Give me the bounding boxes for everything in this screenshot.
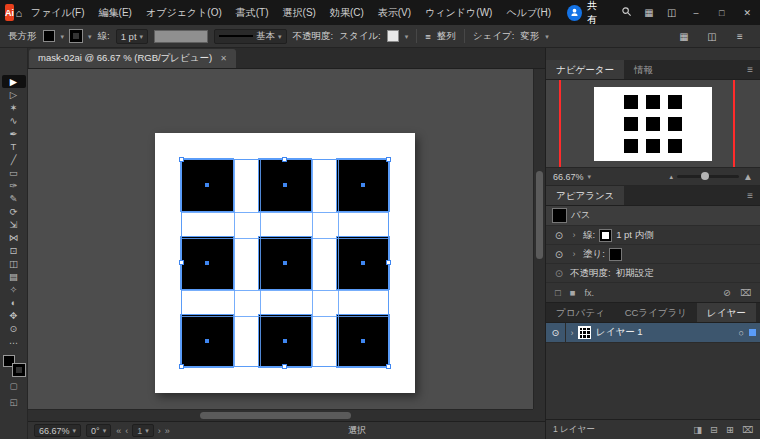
menu-object[interactable]: オブジェクト(O) bbox=[139, 0, 229, 25]
paintbrush-tool[interactable]: ✑ bbox=[2, 179, 26, 192]
visibility-eye-icon[interactable]: ⊙ bbox=[553, 268, 565, 279]
document-tab[interactable]: mask-02ai @ 66.67 % (RGB/プレビュー) ✕ bbox=[29, 49, 236, 68]
canvas-square[interactable] bbox=[181, 159, 233, 211]
navigator-zoom-value[interactable]: 66.67% bbox=[553, 172, 584, 182]
menu-window[interactable]: ウィンドウ(W) bbox=[418, 0, 499, 25]
menu-file[interactable]: ファイル(F) bbox=[24, 0, 92, 25]
add-new-stroke-icon[interactable]: □ bbox=[555, 287, 561, 298]
expand-chevron-icon[interactable]: › bbox=[570, 249, 578, 259]
opacity-label[interactable]: 不透明度: bbox=[293, 30, 334, 43]
blend-tool[interactable]: ◐ bbox=[2, 296, 26, 309]
menu-edit[interactable]: 編集(E) bbox=[92, 0, 139, 25]
stroke-row-value[interactable]: 1 pt 内側 bbox=[616, 229, 654, 242]
visibility-eye-icon[interactable]: ⊙ bbox=[553, 249, 565, 260]
brush-definition-dropdown[interactable]: 基本 ▾ bbox=[214, 29, 287, 44]
new-sublayer-icon[interactable]: ⊟ bbox=[710, 424, 718, 435]
search-icon[interactable] bbox=[615, 6, 638, 19]
tab-libraries[interactable]: CCライブラリ bbox=[615, 303, 697, 322]
zoom-level-dropdown[interactable]: 66.67% ▾ bbox=[34, 424, 81, 437]
stroke-row-swatch[interactable] bbox=[600, 230, 611, 241]
direct-selection-tool[interactable]: ▷ bbox=[2, 88, 26, 101]
layer-expand-chevron-icon[interactable]: › bbox=[566, 328, 578, 338]
appearance-row-fill[interactable]: ⊙ › 塗り: bbox=[546, 245, 760, 264]
canvas-square[interactable] bbox=[259, 237, 311, 289]
navigator-zoom-slider[interactable] bbox=[677, 175, 739, 178]
fill-row-swatch[interactable] bbox=[610, 249, 621, 260]
previous-artboard-icon[interactable]: ‹ bbox=[125, 426, 128, 436]
minimize-button[interactable]: – bbox=[683, 0, 709, 25]
artboard[interactable] bbox=[155, 133, 415, 393]
menu-type[interactable]: 書式(T) bbox=[229, 0, 276, 25]
vertical-scrollbar-thumb[interactable] bbox=[536, 171, 543, 259]
add-new-fill-icon[interactable]: ■ bbox=[570, 287, 576, 298]
first-artboard-icon[interactable]: « bbox=[116, 426, 121, 436]
width-profile-dropdown[interactable] bbox=[154, 30, 208, 43]
tab-properties[interactable]: プロパティ bbox=[546, 303, 615, 322]
canvas-square[interactable] bbox=[259, 315, 311, 367]
delete-item-icon[interactable]: ⌧ bbox=[740, 287, 751, 298]
appearance-row-opacity[interactable]: ⊙ 不透明度: 初期設定 bbox=[546, 264, 760, 283]
canvas-square[interactable] bbox=[337, 315, 389, 367]
edit-toolbar-icon[interactable]: ⋯ bbox=[9, 338, 18, 348]
layer-row[interactable]: ⊙ › レイヤー 1 ○ bbox=[546, 323, 760, 343]
stroke-weight-field[interactable]: 1 pt ▾ bbox=[116, 29, 148, 44]
panel-layout-icon[interactable]: ◫ bbox=[700, 31, 724, 42]
transform-label[interactable]: 変形 bbox=[520, 30, 539, 43]
rectangle-tool[interactable]: ▭ bbox=[2, 166, 26, 179]
horizontal-scrollbar-thumb[interactable] bbox=[200, 412, 352, 419]
navigator-panel-menu-icon[interactable]: ≡ bbox=[740, 60, 760, 79]
stroke-color-swatch[interactable] bbox=[13, 364, 25, 376]
gradient-tool[interactable]: ▤ bbox=[2, 270, 26, 283]
scale-tool[interactable]: ⇲ bbox=[2, 218, 26, 231]
layer-visibility-eye-icon[interactable]: ⊙ bbox=[546, 323, 566, 343]
make-clipping-mask-icon[interactable]: ◨ bbox=[693, 424, 702, 435]
zoom-tool[interactable]: ⊙ bbox=[2, 322, 26, 335]
type-tool[interactable]: T bbox=[2, 140, 26, 153]
tab-navigator[interactable]: ナビゲーター bbox=[546, 60, 624, 79]
document-grid-icon[interactable]: ▦ bbox=[672, 31, 696, 42]
lasso-tool[interactable]: ∿ bbox=[2, 114, 26, 127]
shape-builder-tool[interactable]: ◫ bbox=[2, 257, 26, 270]
menu-effect[interactable]: 効果(C) bbox=[323, 0, 371, 25]
canvas-square[interactable] bbox=[337, 237, 389, 289]
maximize-button[interactable]: □ bbox=[709, 0, 735, 25]
free-transform-tool[interactable]: ⊡ bbox=[2, 244, 26, 257]
layer-target-icon[interactable]: ○ bbox=[739, 328, 744, 338]
hand-tool[interactable]: ✥ bbox=[2, 309, 26, 322]
pen-tool[interactable]: ✒ bbox=[2, 127, 26, 140]
next-artboard-icon[interactable]: › bbox=[158, 426, 161, 436]
new-layer-icon[interactable]: ⊞ bbox=[726, 424, 734, 435]
navigator-zoom-slider-thumb[interactable] bbox=[701, 172, 709, 180]
layer-name[interactable]: レイヤー 1 bbox=[596, 326, 643, 339]
canvas-square[interactable] bbox=[259, 159, 311, 211]
layer-selection-indicator[interactable] bbox=[749, 329, 756, 336]
canvas[interactable] bbox=[28, 69, 545, 421]
share-button[interactable]: 共有 bbox=[558, 0, 615, 25]
draw-mode-icon[interactable]: ▢ bbox=[9, 381, 17, 392]
navigator-preview[interactable] bbox=[546, 80, 760, 168]
add-new-effect-icon[interactable]: fx. bbox=[585, 288, 595, 298]
zoom-out-icon[interactable]: ▴ bbox=[670, 173, 674, 181]
workspace-switcher-icon[interactable]: ◫ bbox=[660, 7, 683, 18]
navigator-zoom-caret-icon[interactable]: ▾ bbox=[588, 173, 592, 180]
screen-mode-icon[interactable]: ◱ bbox=[9, 397, 17, 408]
vertical-scrollbar[interactable] bbox=[533, 69, 545, 409]
close-button[interactable]: ✕ bbox=[734, 0, 760, 25]
eyedropper-tool[interactable]: ✧ bbox=[2, 283, 26, 296]
style-swatch[interactable] bbox=[387, 30, 399, 42]
tab-appearance[interactable]: アピアランス bbox=[546, 186, 624, 205]
last-artboard-icon[interactable]: » bbox=[165, 426, 170, 436]
fill-swatch[interactable] bbox=[43, 30, 55, 42]
selection-tool[interactable]: ▶ bbox=[2, 75, 26, 88]
menu-help[interactable]: ヘルプ(H) bbox=[499, 0, 558, 25]
canvas-square[interactable] bbox=[181, 237, 233, 289]
horizontal-scrollbar[interactable] bbox=[28, 409, 533, 421]
magic-wand-tool[interactable]: ✶ bbox=[2, 101, 26, 114]
opacity-row-value[interactable]: 初期設定 bbox=[616, 267, 654, 280]
arrange-documents-icon[interactable]: ▦ bbox=[638, 7, 661, 18]
rotate-tool[interactable]: ⟳ bbox=[2, 205, 26, 218]
artboard-number-dropdown[interactable]: 1 ▾ bbox=[132, 424, 154, 437]
clear-appearance-icon[interactable]: ⊘ bbox=[723, 287, 731, 298]
appearance-panel-menu-icon[interactable]: ≡ bbox=[740, 186, 760, 205]
tab-close-icon[interactable]: ✕ bbox=[220, 54, 227, 63]
